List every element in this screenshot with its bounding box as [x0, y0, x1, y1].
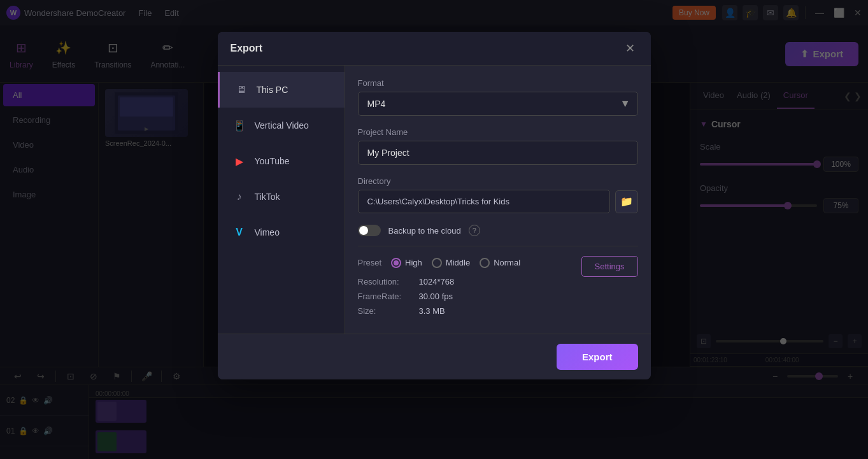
directory-label: Directory — [358, 176, 638, 186]
export-modal-button[interactable]: Export — [557, 344, 638, 370]
vertical-video-icon: 📱 — [231, 117, 248, 134]
preset-normal-radio — [480, 258, 490, 268]
framerate-val: 30.00 fps — [419, 292, 453, 301]
tiktok-icon: ♪ — [231, 188, 248, 206]
export-dest-vimeo[interactable]: V Vimeo — [218, 215, 345, 250]
youtube-icon: ▶ — [231, 152, 248, 170]
modal-body: 🖥 This PC 📱 Vertical Video ▶ YouTube ♪ T… — [218, 66, 651, 334]
export-modal-overlay: Export ✕ 🖥 This PC 📱 Vertical Video ▶ Yo… — [0, 0, 868, 459]
export-destinations: 🖥 This PC 📱 Vertical Video ▶ YouTube ♪ T… — [218, 66, 345, 334]
modal-footer: Export — [218, 334, 651, 379]
format-select[interactable]: MP4 AVI MOV GIF MP3 — [358, 92, 638, 116]
modal-close-button[interactable]: ✕ — [623, 41, 638, 56]
format-select-wrapper: MP4 AVI MOV GIF MP3 ▼ — [358, 92, 638, 116]
project-name-label: Project Name — [358, 127, 638, 137]
directory-row: 📁 — [358, 190, 638, 213]
preset-radio-group: High Middle Normal — [391, 258, 520, 268]
resolution-val: 1024*768 — [419, 277, 455, 286]
preset-left: Preset High Middle — [358, 258, 521, 276]
resolution-key: Resolution: — [358, 277, 415, 286]
export-dest-vertical[interactable]: 📱 Vertical Video — [218, 108, 345, 143]
backup-label: Backup to the cloud — [388, 226, 461, 236]
format-label: Format — [358, 78, 638, 88]
modal-header: Export ✕ — [218, 32, 651, 66]
settings-button[interactable]: Settings — [581, 256, 638, 277]
resolution-row: Resolution: 1024*768 — [358, 277, 638, 286]
framerate-row: FrameRate: 30.00 fps — [358, 292, 638, 301]
vertical-video-label: Vertical Video — [255, 120, 309, 131]
preset-high[interactable]: High — [391, 258, 422, 268]
preset-high-label: High — [405, 258, 422, 267]
project-name-group: Project Name — [358, 127, 638, 165]
preset-normal[interactable]: Normal — [480, 258, 520, 268]
backup-toggle[interactable] — [358, 225, 381, 236]
this-pc-label: This PC — [257, 85, 288, 95]
export-form: Format MP4 AVI MOV GIF MP3 ▼ Pro — [345, 66, 651, 334]
size-row: Size: 3.3 MB — [358, 306, 638, 316]
tiktok-label: TikTok — [255, 192, 280, 202]
project-name-input[interactable] — [358, 141, 638, 165]
format-group: Format MP4 AVI MOV GIF MP3 ▼ — [358, 78, 638, 116]
directory-input[interactable] — [358, 190, 610, 213]
preset-high-dot — [394, 260, 399, 265]
export-modal: Export ✕ 🖥 This PC 📱 Vertical Video ▶ Yo… — [218, 32, 651, 379]
form-divider — [358, 246, 638, 246]
backup-help-icon[interactable]: ? — [469, 225, 480, 236]
size-val: 3.3 MB — [419, 306, 445, 316]
export-dest-this-pc[interactable]: 🖥 This PC — [218, 72, 345, 108]
backup-row: Backup to the cloud ? — [358, 225, 638, 236]
preset-middle-radio — [432, 258, 442, 268]
preset-settings-row: Preset High Middle — [358, 256, 638, 277]
export-dest-youtube[interactable]: ▶ YouTube — [218, 143, 345, 179]
preset-normal-label: Normal — [494, 258, 520, 267]
vimeo-icon: V — [231, 223, 248, 241]
this-pc-icon: 🖥 — [232, 81, 250, 99]
framerate-key: FrameRate: — [358, 292, 415, 301]
modal-title: Export — [231, 43, 263, 54]
directory-group: Directory 📁 — [358, 176, 638, 213]
export-dest-tiktok[interactable]: ♪ TikTok — [218, 179, 345, 215]
browse-button[interactable]: 📁 — [615, 190, 638, 213]
youtube-label: YouTube — [255, 156, 290, 166]
preset-middle[interactable]: Middle — [432, 258, 470, 268]
size-key: Size: — [358, 306, 415, 316]
preset-label: Preset — [358, 258, 382, 267]
vimeo-label: Vimeo — [255, 227, 280, 237]
preset-middle-label: Middle — [446, 258, 470, 267]
backup-toggle-thumb — [359, 226, 368, 235]
preset-high-radio — [391, 258, 401, 268]
